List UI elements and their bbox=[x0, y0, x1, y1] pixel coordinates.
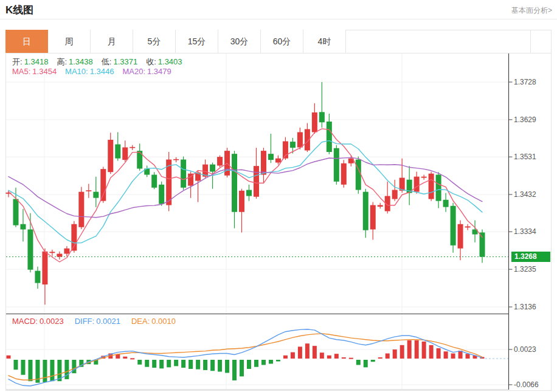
legend-item: MA5:1.3454 bbox=[12, 67, 57, 76]
legend-item: 低:1.3371 bbox=[102, 57, 137, 67]
macd-bar bbox=[232, 360, 237, 380]
macd-bar bbox=[407, 340, 412, 359]
macd-bar bbox=[415, 340, 419, 359]
candle bbox=[137, 143, 142, 170]
candle bbox=[86, 184, 91, 198]
macd-axis-label: 0.0023 bbox=[514, 345, 536, 354]
candle bbox=[42, 249, 47, 305]
candle bbox=[472, 221, 478, 242]
tab-15min[interactable]: 15分 bbox=[176, 30, 218, 53]
candle bbox=[78, 187, 84, 229]
macd-bar bbox=[261, 360, 266, 365]
macd-bar bbox=[159, 360, 164, 368]
macd-axis-label: -0.0066 bbox=[514, 380, 539, 390]
candle bbox=[100, 167, 106, 202]
macd-bar bbox=[189, 360, 193, 369]
price-axis-label: 1.3531 bbox=[514, 152, 536, 162]
macd-bar bbox=[342, 357, 346, 359]
macd-bar bbox=[196, 360, 200, 370]
candles-layer bbox=[6, 82, 485, 304]
macd-legend: MACD:0.0023DIFF:0.0021DEA:0.0010 bbox=[12, 317, 176, 326]
legend-item: DIFF:0.0021 bbox=[75, 317, 120, 326]
macd-bar bbox=[334, 354, 339, 359]
price-axis-label: 1.3136 bbox=[514, 302, 536, 312]
macd-bar bbox=[181, 360, 185, 368]
legend-item: MACD:0.0023 bbox=[12, 317, 64, 326]
candle bbox=[392, 180, 398, 201]
macd-bar bbox=[371, 360, 375, 362]
price-axis-label: 1.3334 bbox=[514, 227, 536, 236]
macd-bar bbox=[203, 360, 207, 370]
macd-bar bbox=[466, 354, 470, 359]
candle bbox=[232, 151, 237, 229]
candle bbox=[130, 145, 135, 150]
macd-bar bbox=[210, 360, 215, 371]
candle bbox=[356, 157, 361, 194]
macd-bar bbox=[451, 354, 455, 359]
tab-4hour[interactable]: 4时 bbox=[303, 30, 346, 53]
candle bbox=[20, 209, 26, 242]
macd-bar bbox=[137, 360, 142, 365]
price-axis-label: 1.3629 bbox=[514, 115, 536, 125]
macd-bar bbox=[429, 345, 434, 359]
candle bbox=[341, 160, 347, 188]
tab-week[interactable]: 周 bbox=[48, 30, 91, 53]
candle bbox=[370, 202, 376, 240]
macd-bar bbox=[378, 357, 382, 359]
candle bbox=[465, 224, 471, 230]
macd-bar bbox=[364, 360, 368, 367]
tab-day[interactable]: 日 bbox=[5, 30, 48, 53]
tab-month[interactable]: 月 bbox=[91, 30, 133, 53]
tab-row-end-border bbox=[530, 30, 531, 53]
macd-bar bbox=[254, 360, 258, 367]
macd-bar bbox=[43, 360, 47, 382]
candle bbox=[49, 250, 55, 256]
legend-item: 开:1.3418 bbox=[12, 57, 48, 67]
macd-bar bbox=[167, 360, 171, 367]
macd-bar bbox=[283, 356, 288, 359]
candle bbox=[202, 160, 208, 179]
macd-bar bbox=[356, 360, 361, 365]
macd-bar bbox=[444, 351, 448, 359]
legend-item: MA10:1.3446 bbox=[65, 67, 114, 76]
macd-bar bbox=[400, 345, 404, 359]
candle bbox=[385, 182, 390, 214]
candle bbox=[173, 157, 179, 162]
candle bbox=[122, 140, 128, 162]
candle bbox=[414, 172, 420, 194]
macd-bar bbox=[21, 360, 25, 375]
macd-bar bbox=[225, 360, 229, 373]
candle bbox=[151, 172, 157, 189]
candle bbox=[239, 189, 244, 233]
macd-bar bbox=[7, 356, 11, 359]
current-price-badge: 1.3268 bbox=[511, 252, 550, 262]
macd-bar bbox=[174, 360, 178, 366]
macd-bar bbox=[298, 346, 302, 359]
candle bbox=[421, 175, 427, 180]
macd-bar bbox=[123, 357, 127, 359]
macd-bar bbox=[50, 360, 54, 381]
candle bbox=[35, 267, 40, 289]
candle bbox=[108, 132, 113, 174]
legend-item: DEA:0.0010 bbox=[131, 317, 176, 326]
candle bbox=[407, 166, 412, 205]
candle bbox=[71, 221, 77, 253]
macd-bar bbox=[437, 348, 441, 359]
candle bbox=[443, 193, 449, 212]
macd-bar bbox=[291, 352, 295, 359]
candle bbox=[144, 166, 150, 177]
candle bbox=[451, 203, 456, 253]
tab-5min[interactable]: 5分 bbox=[133, 30, 176, 53]
candle bbox=[217, 156, 223, 167]
candle bbox=[224, 148, 230, 177]
tab-60min[interactable]: 60分 bbox=[261, 30, 303, 53]
macd-bar bbox=[145, 360, 149, 367]
tab-30min[interactable]: 30分 bbox=[218, 30, 261, 53]
macd-bar bbox=[269, 360, 273, 364]
candle bbox=[429, 172, 434, 201]
candle bbox=[458, 221, 463, 261]
price-axis-label: 1.3235 bbox=[514, 264, 536, 274]
candle bbox=[283, 137, 288, 160]
candle bbox=[57, 252, 62, 260]
candle bbox=[319, 82, 325, 128]
